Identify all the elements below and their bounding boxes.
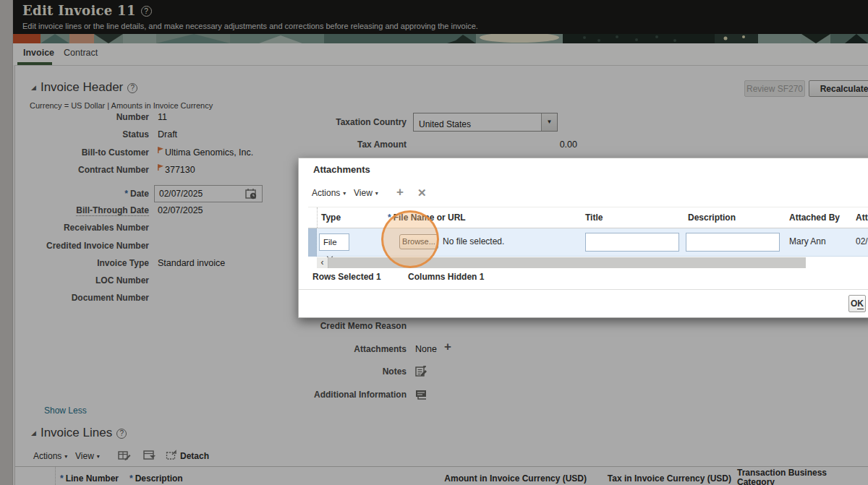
dialog-title: Attachments [313, 164, 370, 175]
attached-date-value: 02/07/2025 [856, 236, 868, 246]
view-menu[interactable]: View▾ [354, 188, 378, 198]
attached-by-value: Mary Ann [789, 236, 826, 246]
click-highlight-annotation [381, 210, 439, 268]
dialog-footer-divider [299, 289, 868, 290]
dialog-toolbar: Actions▾ View▾ + ✕ [299, 186, 868, 203]
actions-menu[interactable]: Actions▾ [312, 188, 346, 198]
application-window: Edit Invoice 11? Edit invoice lines or t… [0, 0, 868, 485]
column-header: Description [688, 213, 736, 223]
column-header: Attached By [789, 213, 840, 223]
columns-hidden-count: 1 [480, 272, 485, 282]
column-header: Attached Date [856, 213, 868, 223]
description-input[interactable] [686, 233, 780, 252]
scroll-left-icon[interactable]: ‹ [317, 257, 328, 268]
type-select[interactable]: File [319, 233, 349, 251]
row-selector-gutter[interactable] [308, 228, 317, 257]
column-header: Type [321, 213, 341, 223]
dropdown-arrow-icon: ▾ [375, 190, 378, 197]
add-row-plus-icon[interactable]: + [396, 185, 404, 199]
no-file-text: No file selected. [443, 236, 504, 246]
column-header: Title [585, 213, 603, 223]
ok-button[interactable]: OK [848, 295, 866, 312]
dialog-status-bar: Rows Selected 1 Columns Hidden 1 [312, 272, 484, 282]
dropdown-arrow-icon: ▾ [343, 190, 346, 197]
title-input[interactable] [585, 233, 679, 252]
delete-row-icon[interactable]: ✕ [417, 186, 427, 199]
rows-selected-count: 1 [376, 272, 381, 282]
